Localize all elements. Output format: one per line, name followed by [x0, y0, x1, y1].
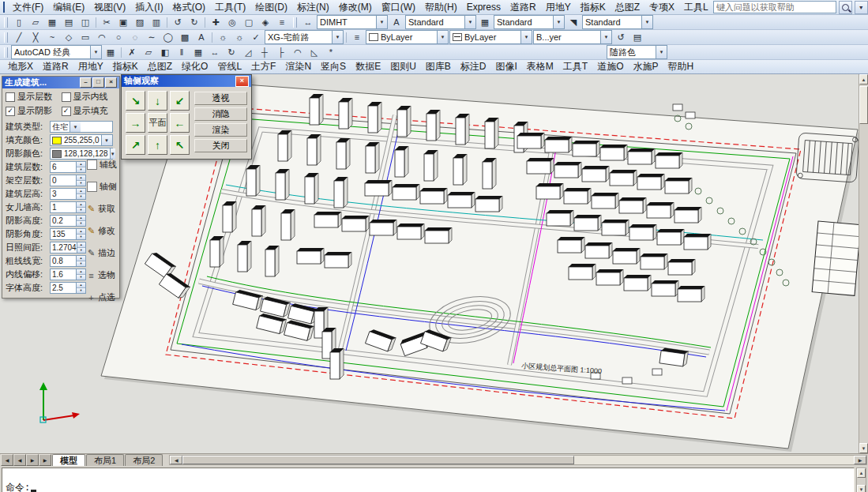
checkbox-icon[interactable]: ✓: [6, 107, 15, 116]
rotate-icon[interactable]: ↻: [224, 46, 239, 59]
scroll-down-icon[interactable]: ▼: [857, 485, 866, 492]
pm-grading[interactable]: 竖向S: [316, 60, 351, 73]
zoom-realtime-icon[interactable]: ◎: [224, 16, 240, 29]
search-icon[interactable]: [839, 1, 852, 14]
menu-help[interactable]: 帮助(H): [420, 0, 462, 15]
pm-pipeline[interactable]: 管线L: [212, 60, 246, 73]
mirror-icon[interactable]: ◧: [157, 46, 173, 59]
outline-button[interactable]: ✎描边: [87, 247, 117, 259]
chevron-down-icon[interactable]: [553, 16, 564, 28]
parapet-height-input[interactable]: 1: [50, 201, 86, 213]
pm-data[interactable]: 数据E: [351, 60, 385, 73]
restore-icon[interactable]: [92, 77, 104, 88]
dialog-title-bar[interactable]: 轴侧观察 ×: [122, 75, 251, 87]
array-icon[interactable]: ▦: [190, 46, 206, 59]
view-nw-button[interactable]: ↖: [170, 135, 190, 155]
ellipse-icon[interactable]: ◯: [160, 31, 176, 44]
chevron-down-icon[interactable]: [376, 16, 387, 28]
fill-color-select[interactable]: 255,255,0: [50, 134, 113, 146]
chevron-down-icon[interactable]: [656, 46, 667, 58]
chevron-down-icon[interactable]: [464, 16, 475, 28]
menu-tools[interactable]: 工具(T): [210, 0, 250, 15]
spin-down-icon[interactable]: [77, 220, 85, 226]
view-n-button[interactable]: ↑: [148, 135, 167, 155]
view-e-button[interactable]: →: [126, 113, 145, 133]
tab-model[interactable]: 模型: [52, 454, 85, 466]
menu-siteplan[interactable]: 总图Z: [611, 0, 644, 15]
color-control-combo[interactable]: ByLayer: [366, 30, 449, 44]
pm-library[interactable]: 图库B: [421, 60, 456, 73]
toolbar-grip[interactable]: [293, 17, 297, 28]
layer-states-icon[interactable]: ▤: [629, 31, 645, 44]
layer-freeze-icon[interactable]: ☼: [231, 31, 247, 44]
view-ne-button[interactable]: ↗: [126, 135, 145, 155]
perspective-button[interactable]: 透视: [194, 92, 247, 105]
menu-window[interactable]: 窗口(W): [377, 0, 420, 15]
menu-insert[interactable]: 插入(I): [130, 0, 167, 15]
text-style-combo[interactable]: Standard: [405, 15, 476, 29]
redo-icon[interactable]: ↻: [186, 16, 202, 29]
horizontal-scroll-track[interactable]: [574, 456, 854, 464]
view-s-button[interactable]: ↓: [148, 91, 167, 111]
chevron-down-icon[interactable]: [90, 46, 101, 58]
paste-icon[interactable]: ▨: [132, 16, 148, 29]
chevron-down-icon[interactable]: [332, 31, 343, 43]
hide-button[interactable]: 消隐: [194, 107, 247, 121]
mleader-style-combo[interactable]: Standard: [582, 15, 653, 29]
arc-icon[interactable]: ◠: [94, 31, 110, 44]
road-color-combo[interactable]: 随路色: [607, 45, 667, 59]
pm-road-facility[interactable]: 道施O: [592, 60, 628, 73]
chevron-down-icon[interactable]: [437, 31, 448, 43]
render-button[interactable]: 渲染: [194, 123, 247, 137]
command-window[interactable]: 命令:: [2, 468, 855, 492]
menu-special[interactable]: 专项X: [644, 0, 679, 15]
toolbar-grip[interactable]: [4, 47, 8, 58]
rectangle-icon[interactable]: ▭: [77, 31, 93, 44]
menu-express[interactable]: Express: [462, 1, 505, 13]
vertical-scroll-thumb[interactable]: [859, 86, 868, 124]
menu-edit[interactable]: 编辑(E): [48, 0, 89, 15]
vertical-scroll-track[interactable]: [859, 85, 868, 443]
spin-down-icon[interactable]: [77, 287, 85, 293]
close-icon[interactable]: ×: [235, 76, 249, 87]
pm-annotation[interactable]: 标注D: [456, 60, 491, 73]
inner-offset-input[interactable]: 1.6: [50, 269, 86, 280]
erase-icon[interactable]: ✗: [124, 46, 140, 59]
pm-help[interactable]: 帮助H: [663, 60, 699, 73]
layer-on-icon[interactable]: ☼: [215, 31, 231, 44]
undo-icon[interactable]: ↺: [170, 16, 186, 29]
chevron-down-icon[interactable]: [600, 31, 611, 43]
get-button[interactable]: ✎获取: [87, 203, 117, 215]
dialog-title-bar[interactable]: 生成建筑...: [2, 77, 119, 88]
pm-render[interactable]: 渲染N: [280, 60, 316, 73]
chevron-down-icon[interactable]: [855, 1, 868, 14]
tab-layout1[interactable]: 布局1: [86, 454, 124, 466]
chevron-down-icon[interactable]: [70, 122, 81, 132]
shadow-height-input[interactable]: 0.2: [50, 215, 86, 227]
preview-icon[interactable]: ◫: [77, 16, 93, 29]
spin-down-icon[interactable]: [77, 180, 85, 186]
layer-manager-icon[interactable]: ≡: [349, 31, 365, 44]
new-icon[interactable]: ▯: [11, 16, 27, 29]
pm-earthwork[interactable]: 土方F: [246, 60, 280, 73]
text-height-input[interactable]: 2.5: [50, 282, 86, 294]
shadow-angle-input[interactable]: 135: [50, 228, 86, 240]
copy-object-icon[interactable]: ▱: [141, 46, 156, 59]
stilt-floors-input[interactable]: 0: [50, 175, 86, 186]
chevron-down-icon[interactable]: [520, 31, 532, 43]
close-button[interactable]: 关闭: [194, 139, 247, 152]
hatch-icon[interactable]: ▩: [177, 31, 193, 44]
pm-image[interactable]: 图像I: [491, 60, 522, 73]
checkbox-icon[interactable]: [62, 92, 71, 102]
show-floors-checkbox[interactable]: 显示层数: [6, 91, 62, 103]
move-icon[interactable]: ↔: [207, 46, 223, 59]
spin-down-icon[interactable]: [77, 207, 85, 212]
show-innerline-checkbox[interactable]: 显示内线: [62, 91, 118, 103]
zoom-previous-icon[interactable]: ◈: [257, 16, 273, 29]
thick-line-width-input[interactable]: 0.8: [50, 255, 86, 267]
help-search-input[interactable]: [713, 1, 836, 13]
tab-prev-button[interactable]: ◀: [13, 454, 26, 466]
tab-first-button[interactable]: ◀: [1, 454, 13, 466]
polygon-icon[interactable]: ◇: [61, 31, 77, 44]
pm-green[interactable]: 绿化O: [177, 60, 212, 73]
